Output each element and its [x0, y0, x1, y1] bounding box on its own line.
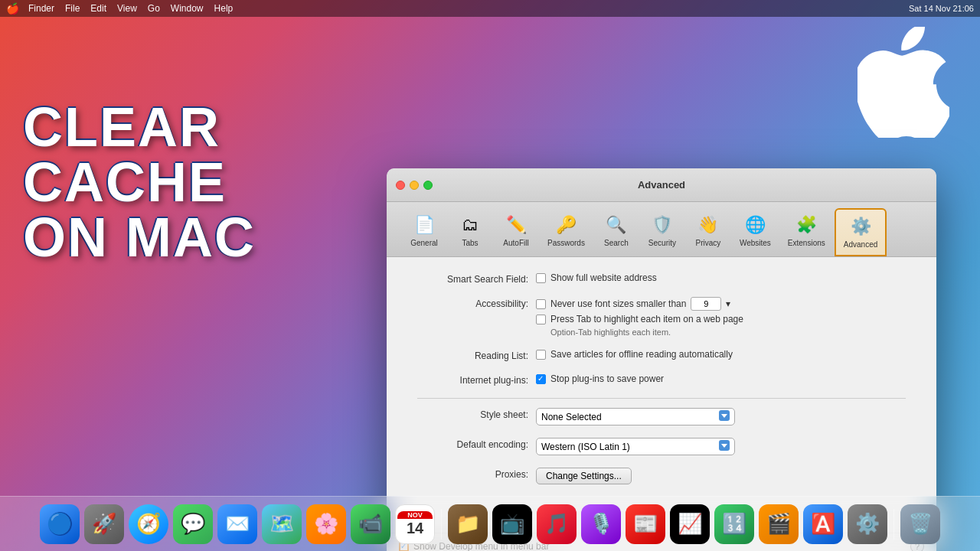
accessibility-row: Accessibility: Never use font sizes smal…: [417, 297, 906, 337]
proxies-label: Proxies:: [417, 468, 536, 480]
tab-privacy-label: Privacy: [696, 239, 721, 247]
dock-appstore[interactable]: 🅰️: [803, 504, 843, 544]
websites-icon: 🌐: [743, 213, 767, 237]
traffic-lights: [396, 181, 433, 190]
menubar: 🍎 Finder File Edit View Go Window Help S…: [0, 0, 980, 17]
encoding-row: Default encoding: Western (ISO Latin 1): [417, 438, 906, 455]
tab-passwords[interactable]: 🔑 Passwords: [540, 208, 593, 256]
encoding-dropdown[interactable]: Western (ISO Latin 1): [536, 438, 735, 455]
tab-passwords-label: Passwords: [547, 239, 585, 247]
menubar-help[interactable]: Help: [214, 3, 234, 14]
accessibility-label: Accessibility:: [417, 297, 536, 309]
plugins-option-label: Stop plug-ins to save power: [550, 373, 664, 384]
menubar-finder[interactable]: Finder: [28, 3, 54, 14]
window-title: Advanced: [638, 179, 685, 191]
accessibility-hint: Option-Tab highlights each item.: [550, 328, 906, 337]
stylesheet-dropdown-arrow: [719, 410, 730, 423]
dock-stocks[interactable]: 📈: [670, 504, 710, 544]
font-size-input[interactable]: [691, 297, 721, 311]
dock-keynote[interactable]: 🎬: [759, 504, 799, 544]
font-size-dropdown-arrow[interactable]: ▾: [726, 298, 730, 309]
accessibility-option1: Never use font sizes smaller than ▾: [536, 297, 906, 311]
plugins-content: Stop plug-ins to save power: [536, 373, 906, 384]
dock-music[interactable]: 🎵: [537, 504, 577, 544]
divider1: [417, 398, 906, 399]
minimize-button[interactable]: [410, 181, 419, 190]
plugins-row: Internet plug-ins: Stop plug-ins to save…: [417, 373, 906, 386]
dock-numbers[interactable]: 🔢: [714, 504, 754, 544]
maximize-button[interactable]: [423, 181, 433, 190]
tab-websites[interactable]: 🌐 Websites: [732, 208, 779, 256]
menubar-file[interactable]: File: [65, 3, 80, 14]
general-icon: 📄: [412, 213, 436, 237]
apple-menu-icon[interactable]: 🍎: [6, 2, 19, 15]
security-icon: 🛡️: [650, 213, 675, 237]
plugins-option: Stop plug-ins to save power: [536, 373, 906, 384]
tab-extensions[interactable]: 🧩 Extensions: [780, 208, 833, 256]
menubar-clock: Sat 14 Nov 21:06: [909, 4, 974, 13]
encoding-dropdown-arrow: [719, 440, 730, 453]
dock-mail[interactable]: ✉️: [217, 504, 257, 544]
reading-list-option-label: Save articles for offline reading automa…: [550, 349, 733, 360]
tab-privacy[interactable]: 👋 Privacy: [686, 208, 730, 256]
plugins-checkbox[interactable]: [536, 374, 546, 384]
font-size-checkbox[interactable]: [536, 299, 546, 309]
dock-calendar[interactable]: NOV 14: [395, 504, 435, 544]
tab-search[interactable]: 🔍 Search: [594, 208, 639, 256]
menubar-items: Finder File Edit View Go Window Help: [28, 3, 233, 14]
menubar-edit[interactable]: Edit: [90, 3, 106, 14]
apple-logo: [858, 27, 949, 134]
dock-photos[interactable]: 🌸: [306, 504, 346, 544]
dock-finder[interactable]: 🔵: [40, 504, 80, 544]
dock-facetime[interactable]: 📹: [351, 504, 390, 544]
menubar-go[interactable]: Go: [148, 3, 160, 14]
preferences-window: Advanced 📄 General 🗂 Tabs ✏️ AutoFill 🔑 …: [387, 168, 936, 551]
reading-list-content: Save articles for offline reading automa…: [536, 349, 906, 360]
settings-content: Smart Search Field: Show full website ad…: [387, 257, 936, 533]
dock-news[interactable]: 📰: [626, 504, 665, 544]
reading-list-label: Reading List:: [417, 349, 536, 361]
smart-search-checkbox[interactable]: [536, 273, 546, 283]
smart-search-option-label: Show full website address: [550, 272, 657, 283]
tab-websites-label: Websites: [740, 239, 771, 247]
tab-highlight-checkbox[interactable]: [536, 315, 546, 324]
privacy-icon: 👋: [696, 213, 720, 237]
stylesheet-content: None Selected: [536, 408, 906, 425]
dock-files[interactable]: 📁: [448, 504, 488, 544]
stylesheet-dropdown[interactable]: None Selected: [536, 408, 735, 425]
proxies-options: Change Settings...: [536, 468, 906, 484]
overlay-line3: ON MAC: [23, 210, 256, 265]
tab-autofill-label: AutoFill: [503, 239, 528, 247]
dock-safari[interactable]: 🧭: [129, 504, 168, 544]
dock-trash[interactable]: 🗑️: [900, 504, 940, 544]
font-size-label: Never use font sizes smaller than: [550, 298, 686, 309]
tab-search-label: Search: [604, 239, 629, 247]
stylesheet-selected: None Selected: [541, 412, 602, 422]
accessibility-content: Never use font sizes smaller than ▾ Pres…: [536, 297, 906, 337]
dock-tv[interactable]: 📺: [492, 504, 532, 544]
tab-advanced[interactable]: ⚙️ Advanced: [835, 208, 887, 256]
dock-sysprefs[interactable]: ⚙️: [848, 504, 887, 544]
dock-launchpad[interactable]: 🚀: [84, 504, 124, 544]
dock-maps[interactable]: 🗺️: [262, 504, 302, 544]
smart-search-row: Smart Search Field: Show full website ad…: [417, 272, 906, 285]
proxies-change-button[interactable]: Change Settings...: [536, 468, 632, 484]
smart-search-label: Smart Search Field:: [417, 272, 536, 285]
toolbar: 📄 General 🗂 Tabs ✏️ AutoFill 🔑 Passwords…: [387, 202, 936, 257]
autofill-icon: ✏️: [504, 213, 528, 237]
tab-tabs[interactable]: 🗂 Tabs: [448, 208, 492, 256]
tab-general[interactable]: 📄 General: [402, 208, 446, 256]
overlay-text: CLEAR CACHE ON MAC: [23, 99, 256, 265]
tabs-icon: 🗂: [458, 213, 482, 237]
menubar-window[interactable]: Window: [171, 3, 204, 14]
dock-messages[interactable]: 💬: [173, 504, 213, 544]
tab-security[interactable]: 🛡️ Security: [640, 208, 684, 256]
dock-podcasts[interactable]: 🎙️: [581, 504, 621, 544]
close-button[interactable]: [396, 181, 405, 190]
tab-autofill[interactable]: ✏️ AutoFill: [494, 208, 538, 256]
dock: 🔵 🚀 🧭 💬 ✉️ 🗺️ 🌸 📹 NOV 14 📁 📺 🎵 🎙️ 📰 📈: [0, 496, 980, 551]
tab-advanced-label: Advanced: [844, 240, 877, 249]
stylesheet-label: Style sheet:: [417, 408, 536, 420]
menubar-view[interactable]: View: [117, 3, 137, 14]
reading-list-checkbox[interactable]: [536, 350, 546, 360]
